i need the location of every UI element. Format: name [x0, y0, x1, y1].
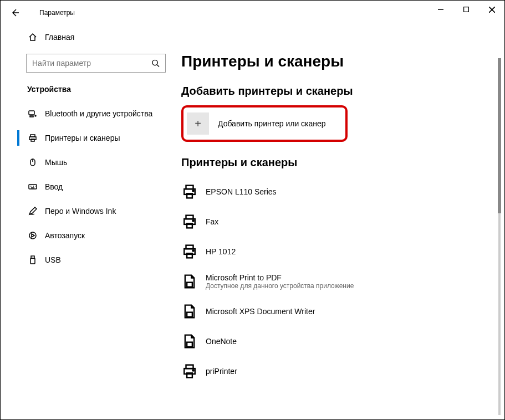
printer-name: OneNote: [206, 337, 237, 346]
page-title: Принтеры и сканеры: [181, 53, 491, 70]
svg-rect-12: [30, 258, 35, 264]
section-list-heading: Принтеры и сканеры: [181, 156, 491, 169]
window-title: Параметры: [39, 9, 75, 17]
search-icon: [151, 59, 160, 68]
printers-list: EPSON L110 Series Fax HP: [181, 177, 491, 386]
printer-icon: [181, 183, 198, 200]
autoplay-icon: [27, 230, 38, 241]
sidebar-item-label: USB: [45, 255, 61, 264]
keyboard-icon: [27, 181, 38, 192]
arrow-left-icon: [11, 8, 19, 17]
svg-rect-3: [30, 116, 33, 117]
print-to-file-icon: [181, 333, 198, 350]
search-input[interactable]: [32, 59, 151, 68]
svg-rect-7: [31, 139, 34, 141]
close-button[interactable]: [479, 1, 504, 18]
printer-item[interactable]: OneNote: [181, 326, 491, 356]
svg-point-4: [35, 115, 36, 116]
maximize-icon: [463, 7, 469, 12]
sidebar-item-label: Перо и Windows Ink: [45, 207, 116, 216]
svg-rect-23: [187, 253, 192, 258]
svg-rect-9: [29, 185, 37, 189]
add-button-highlight: + Добавить принтер или сканер: [181, 105, 348, 142]
printer-name: Fax: [206, 217, 218, 226]
printer-name: Microsoft Print to PDF: [206, 273, 354, 282]
sidebar-item-usb[interactable]: USB: [1, 248, 178, 272]
minimize-button[interactable]: [428, 1, 453, 18]
printer-icon: [27, 132, 38, 144]
pen-icon: [27, 206, 38, 217]
maximize-button[interactable]: [453, 1, 479, 18]
printer-item[interactable]: EPSON L110 Series: [181, 177, 491, 207]
printer-name: Microsoft XPS Document Writer: [206, 307, 315, 316]
printer-item[interactable]: priPrinter: [181, 356, 491, 386]
scrollbar-thumb[interactable]: [498, 58, 501, 213]
svg-point-20: [192, 220, 193, 221]
printer-item[interactable]: HP 1012: [181, 237, 491, 267]
svg-point-31: [192, 370, 193, 371]
minimize-icon: [438, 7, 443, 12]
sidebar-item-label: Bluetooth и другие устройства: [45, 109, 152, 118]
scrollbar[interactable]: [496, 58, 503, 415]
home-icon: [27, 32, 38, 43]
sidebar-home-label: Главная: [45, 33, 74, 42]
scrollbar-track: [498, 58, 501, 415]
window-controls: [428, 1, 504, 18]
sidebar-category: Устройства: [1, 77, 178, 101]
svg-rect-19: [187, 223, 192, 228]
main-content: Принтеры и сканеры Добавить принтеры и с…: [178, 25, 504, 419]
plus-icon: +: [187, 112, 209, 135]
printer-icon: [181, 213, 198, 230]
sidebar-item-label: Автозапуск: [45, 231, 85, 240]
printer-name: HP 1012: [206, 247, 236, 256]
svg-rect-25: [187, 283, 192, 287]
printer-sub: Доступное для данного устройства приложе…: [206, 282, 354, 290]
sidebar-home[interactable]: Главная: [1, 25, 178, 49]
add-printer-label: Добавить принтер или сканер: [218, 119, 326, 128]
sidebar-item-typing[interactable]: Ввод: [1, 175, 178, 199]
bluetooth-icon: [27, 108, 38, 119]
printer-name: EPSON L110 Series: [206, 187, 277, 196]
sidebar-item-printers[interactable]: Принтеры и сканеры: [1, 126, 178, 150]
svg-rect-30: [187, 373, 192, 377]
sidebar-item-autoplay[interactable]: Автозапуск: [1, 223, 178, 248]
svg-rect-26: [187, 313, 192, 317]
add-printer-button[interactable]: + Добавить принтер или сканер: [187, 111, 342, 136]
printer-icon: [181, 363, 198, 380]
sidebar-item-pen[interactable]: Перо и Windows Ink: [1, 199, 178, 223]
svg-rect-0: [464, 7, 469, 12]
printer-name: priPrinter: [206, 367, 237, 376]
print-to-pdf-icon: [181, 273, 198, 290]
printer-item[interactable]: Microsoft XPS Document Writer: [181, 296, 491, 326]
svg-rect-15: [187, 193, 192, 198]
sidebar-item-mouse[interactable]: Мышь: [1, 150, 178, 175]
svg-point-16: [192, 190, 193, 191]
sidebar: Главная Устройства Bluetooth и другие ус…: [1, 25, 178, 419]
close-icon: [489, 7, 495, 13]
back-button[interactable]: [11, 8, 27, 17]
printer-item[interactable]: Microsoft Print to PDF Доступное для дан…: [181, 267, 491, 296]
usb-icon: [27, 254, 38, 265]
svg-rect-27: [187, 342, 192, 347]
sidebar-item-label: Принтеры и сканеры: [45, 134, 120, 142]
search-box[interactable]: [26, 54, 166, 73]
svg-rect-2: [29, 111, 34, 115]
printer-item[interactable]: Fax: [181, 207, 491, 237]
mouse-icon: [27, 157, 38, 168]
section-add-heading: Добавить принтеры и сканеры: [181, 85, 491, 98]
svg-point-1: [152, 60, 157, 65]
svg-point-24: [192, 250, 193, 251]
sidebar-item-bluetooth[interactable]: Bluetooth и другие устройства: [1, 101, 178, 126]
printer-icon: [181, 243, 198, 260]
sidebar-item-label: Мышь: [45, 158, 67, 167]
print-to-file-icon: [181, 303, 198, 320]
sidebar-item-label: Ввод: [45, 182, 63, 191]
